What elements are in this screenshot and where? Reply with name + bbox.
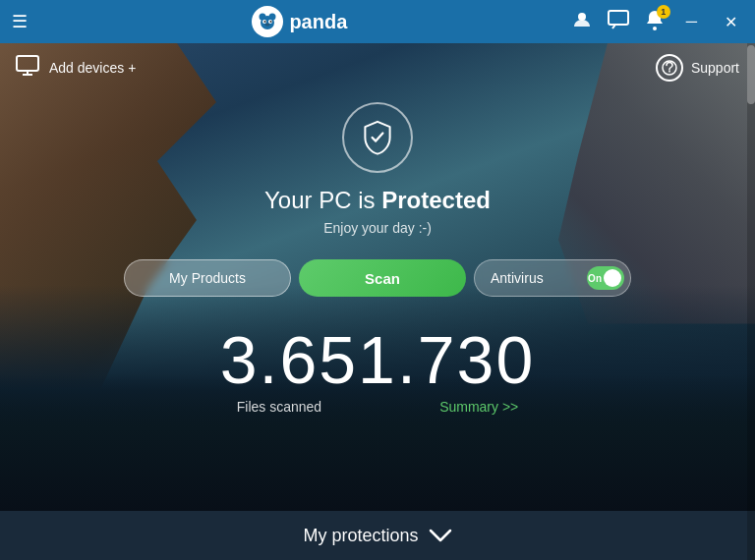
app-logo: panda: [252, 6, 347, 37]
chat-icon[interactable]: [608, 10, 629, 34]
titlebar: ☰ panda 1 ─ ✕: [0, 0, 755, 43]
scan-button[interactable]: Scan: [299, 259, 466, 297]
my-products-button[interactable]: My Products: [124, 259, 291, 297]
my-protections-label: My protections: [303, 526, 418, 546]
toggle-knob: [604, 269, 621, 287]
files-scanned-count: 3.651.730: [220, 326, 536, 393]
chevron-down-icon: [429, 523, 452, 548]
status-text-prefix: Your PC is: [264, 187, 381, 213]
panda-logo-icon: [252, 6, 283, 37]
support-button[interactable]: Support: [656, 54, 739, 82]
svg-point-7: [265, 24, 270, 27]
titlebar-left: ☰: [12, 11, 28, 32]
toggle-label: On: [588, 273, 602, 284]
add-devices-button[interactable]: Add devices +: [16, 55, 136, 82]
svg-rect-11: [17, 56, 38, 71]
add-devices-label: Add devices +: [49, 60, 136, 76]
main-buttons-row: My Products Scan Antivirus On: [124, 259, 631, 297]
monitor-icon: [16, 55, 43, 82]
svg-point-2: [269, 14, 276, 21]
files-row: Files scanned Summary >>: [237, 399, 519, 415]
titlebar-right: 1 ─ ✕: [572, 9, 743, 35]
files-scanned-label: Files scanned: [237, 399, 321, 415]
protection-status: Your PC is Protected: [264, 187, 491, 214]
scrollbar-thumb[interactable]: [747, 45, 755, 104]
hamburger-menu-icon[interactable]: ☰: [12, 11, 28, 32]
notification-icon[interactable]: 1: [645, 9, 665, 35]
svg-point-8: [578, 13, 586, 21]
scrollbar[interactable]: [747, 43, 755, 560]
my-protections-bar[interactable]: My protections: [0, 511, 755, 560]
svg-point-1: [260, 14, 266, 21]
center-content: Your PC is Protected Enjoy your day :-) …: [0, 92, 755, 415]
close-button[interactable]: ✕: [719, 11, 743, 33]
support-label: Support: [691, 60, 739, 76]
status-text-bold: Protected: [381, 187, 491, 213]
user-account-icon[interactable]: [572, 10, 592, 34]
antivirus-button[interactable]: Antivirus On: [474, 259, 631, 297]
shield-circle: [342, 102, 413, 173]
svg-point-5: [264, 21, 266, 23]
antivirus-label: Antivirus: [491, 270, 544, 286]
svg-rect-9: [609, 11, 628, 25]
support-icon: [656, 54, 683, 82]
app-name: panda: [289, 11, 347, 33]
enjoy-text: Enjoy your day :-): [323, 220, 432, 236]
svg-point-6: [270, 21, 272, 23]
main-area: Add devices + Support Your PC is Protect…: [0, 43, 755, 511]
svg-point-10: [653, 27, 657, 30]
antivirus-toggle[interactable]: On: [587, 266, 624, 290]
main-toolbar: Add devices + Support: [0, 43, 755, 92]
summary-link[interactable]: Summary >>: [439, 399, 518, 415]
notification-badge: 1: [657, 5, 670, 19]
minimize-button[interactable]: ─: [680, 11, 703, 32]
